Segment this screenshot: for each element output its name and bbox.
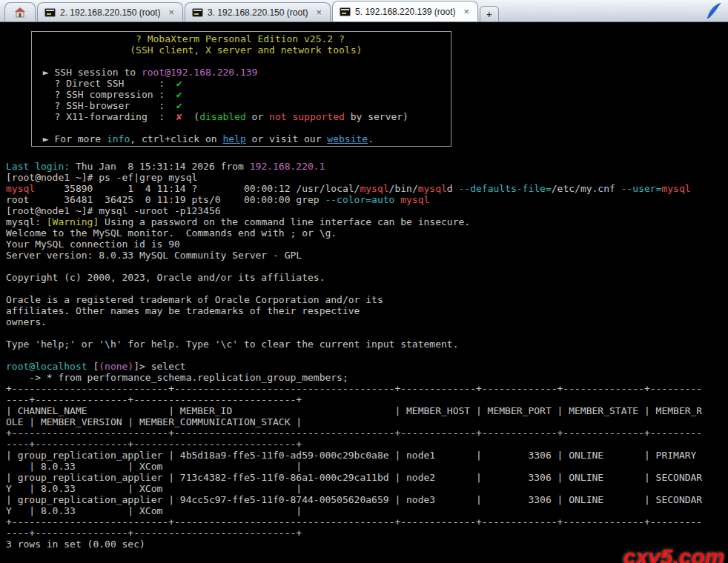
- terminal-text-segment: ----+----------------+------------------…: [6, 394, 302, 405]
- terminal-line: ? X11-forwarding : ✘ (disabled or not su…: [37, 111, 446, 122]
- close-icon[interactable]: ×: [463, 7, 471, 16]
- terminal-line: Welcome to the MySQL monitor. Commands e…: [6, 227, 728, 239]
- terminal-text-segment: 35890 1 4 11:14 ? 00:00:12 /usr/local/: [35, 183, 360, 194]
- terminal-line: owners.: [6, 316, 728, 327]
- terminal-line: Last login: Thu Jan 8 15:31:14 2026 from…: [6, 161, 728, 172]
- home-tab[interactable]: [4, 2, 36, 21]
- terminal-text-segment: 192.168.220.1: [250, 161, 325, 172]
- terminal-text-segment: Welcome to the MySQL monitor. Commands e…: [6, 227, 337, 239]
- terminal-text-segment: info: [107, 133, 130, 144]
- terminal-icon: [340, 7, 351, 16]
- terminal-line: ► For more info, ctrl+click on help or v…: [37, 133, 446, 144]
- terminal-text-segment: Server version: 8.0.33 MySQL Community S…: [6, 250, 302, 261]
- terminal-line: [root@node1 ~]# ps -ef|grep mysql: [6, 172, 728, 183]
- terminal-text-segment: or: [246, 111, 269, 122]
- terminal-text-segment: [root@node1 ~]# ps -ef|grep mysql: [6, 172, 197, 183]
- terminal-line: ► SSH session to root@192.168.220.139: [37, 67, 446, 78]
- tab-label: 3. 192.168.220.150 (root): [208, 7, 308, 18]
- terminal-line: | 8.0.33 | XCom |: [6, 461, 728, 472]
- terminal-screen[interactable]: ? MobaXterm Personal Edition v25.2 ? (SS…: [0, 22, 728, 563]
- close-icon[interactable]: ×: [314, 7, 323, 17]
- terminal-text-segment: mysql: [418, 183, 447, 194]
- new-tab-icon: +: [486, 9, 492, 20]
- terminal-text-segment: +---------------------------+-----------…: [6, 516, 702, 527]
- tab-label: 5. 192.168.220.139 (root): [355, 7, 455, 17]
- terminal-line: ? Direct SSH : ✔: [37, 78, 446, 89]
- terminal-line: mysql 35890 1 4 11:14 ? 00:00:12 /usr/lo…: [6, 183, 728, 194]
- terminal-line: affiliates. Other names may be trademark…: [6, 305, 728, 316]
- terminal-line: Oracle is a registered trademark of Orac…: [6, 294, 728, 305]
- terminal-text-segment: mysql:: [6, 216, 47, 227]
- terminal-text-segment: Thu Jan 8 15:31:14 2026 from: [70, 161, 250, 172]
- terminal-text-segment: ✔: [176, 89, 182, 100]
- terminal-text-segment: .: [368, 133, 374, 144]
- terminal-text-segment: ? X11-forwarding :: [37, 111, 176, 122]
- terminal-text-segment: | group_replication_applier | 94cc5c97-f…: [6, 494, 702, 505]
- terminal-text-segment: (none): [99, 361, 133, 372]
- terminal-text-segment: ----+----------------+------------------…: [6, 439, 302, 450]
- mobaxterm-logo-icon: [706, 2, 722, 23]
- terminal-text-segment: | 8.0.33 | XCom |: [6, 461, 302, 472]
- terminal-line: (SSH client, X server and network tools): [37, 44, 446, 56]
- terminal-text-segment: mysql: [6, 183, 35, 194]
- terminal-text-segment: /bin/: [389, 183, 418, 194]
- session-tab[interactable]: 2. 192.168.220.150 (root)×: [37, 2, 183, 21]
- terminal-text-segment: ► SSH session to: [37, 67, 142, 78]
- terminal-line: +---------------------------+-----------…: [6, 516, 728, 527]
- terminal-line: -> * from performance_schema.replication…: [6, 372, 728, 383]
- terminal-line: [6, 261, 728, 272]
- terminal-line: root@localhost [(none)]> select: [6, 361, 728, 372]
- terminal-text-segment: --user=: [621, 183, 662, 194]
- terminal-line: Type 'help;' or '\h' for help. Type '\c'…: [6, 339, 728, 350]
- terminal-line: Server version: 8.0.33 MySQL Community S…: [6, 250, 728, 261]
- watermark: cxy5.com: [623, 551, 724, 562]
- terminal-line: root 36481 36425 0 11:19 pts/0 00:00:00 …: [6, 194, 728, 205]
- terminal-text-segment: OLE | MEMBER_VERSION | MEMBER_COMMUNICAT…: [6, 416, 302, 427]
- terminal-text-segment: mysql: [360, 183, 388, 194]
- terminal-line: | group_replication_applier | 4b5d18a9-f…: [6, 450, 728, 461]
- home-icon: [14, 7, 26, 18]
- session-tab[interactable]: 3. 192.168.220.150 (root)×: [185, 2, 331, 21]
- terminal-text-segment: Y | 8.0.33 | XCom |: [6, 483, 302, 494]
- terminal-text-segment: ✔: [176, 100, 182, 111]
- terminal-line: Copyright (c) 2000, 2023, Oracle and/or …: [6, 272, 728, 283]
- terminal-text-segment: [: [87, 361, 99, 372]
- terminal-text-segment: | group_replication_applier | 4b5d18a9-f…: [6, 450, 702, 461]
- terminal-text-segment: root 36481 36425 0 11:19 pts/0 00:00:00 …: [6, 194, 325, 205]
- terminal-text-segment: or visit our: [246, 133, 328, 144]
- tab-label: 2. 192.168.220.150 (root): [60, 7, 160, 18]
- session-tab[interactable]: 5. 192.168.220.139 (root)×: [332, 1, 478, 21]
- terminal-text-segment: (SSH client, X server and network tools): [37, 44, 362, 56]
- terminal-line: [6, 327, 728, 339]
- mobaxterm-banner: ? MobaXterm Personal Edition v25.2 ? (SS…: [31, 31, 451, 147]
- new-tab-button[interactable]: +: [480, 6, 499, 21]
- terminal-line: [37, 56, 446, 67]
- terminal-text-segment: root@localhost: [6, 361, 87, 372]
- terminal-text-segment: ----+----------------+------------------…: [6, 527, 302, 539]
- terminal-output: Last login: Thu Jan 8 15:31:14 2026 from…: [6, 150, 728, 550]
- terminal-text-segment: disabled: [199, 111, 246, 122]
- terminal-line: [37, 122, 446, 133]
- tab-strip: 2. 192.168.220.150 (root)×3. 192.168.220…: [0, 0, 500, 21]
- terminal-text-segment: 3 rows in set (0.00 sec): [6, 539, 145, 550]
- terminal-text-segment: --defaults-file=: [459, 183, 552, 194]
- terminal-text-segment: root@192.168.220.139: [142, 67, 258, 78]
- terminal-text-segment: | group_replication_applier | 713c4382-f…: [6, 472, 702, 483]
- terminal-line: +---------------------------+-----------…: [6, 427, 728, 439]
- terminal-line: 3 rows in set (0.00 sec): [6, 539, 728, 550]
- terminal-line: ? SSH compression : ✔: [37, 89, 446, 100]
- terminal-text-segment: Using a password on the command line int…: [99, 216, 470, 227]
- terminal-text-segment: Y | 8.0.33 | XCom |: [6, 505, 302, 516]
- terminal-text-segment: owners.: [6, 316, 47, 327]
- terminal-text-segment: +---------------------------+-----------…: [6, 427, 702, 439]
- close-icon[interactable]: ×: [167, 7, 176, 17]
- terminal-line: [6, 350, 728, 361]
- terminal-line: OLE | MEMBER_VERSION | MEMBER_COMMUNICAT…: [6, 416, 728, 427]
- terminal-text-segment: [root@node1 ~]# mysql -uroot -p123456: [6, 205, 221, 216]
- terminal-text-segment: [Warning]: [47, 216, 99, 227]
- terminal-line: [root@node1 ~]# mysql -uroot -p123456: [6, 205, 728, 216]
- terminal-text-segment: mysql: [400, 194, 429, 205]
- terminal-text-segment: /etc/my.cnf: [552, 183, 621, 194]
- terminal-text-segment: Type 'help;' or '\h' for help. Type '\c'…: [6, 339, 458, 350]
- terminal-text-segment: +---------------------------+-----------…: [6, 383, 702, 394]
